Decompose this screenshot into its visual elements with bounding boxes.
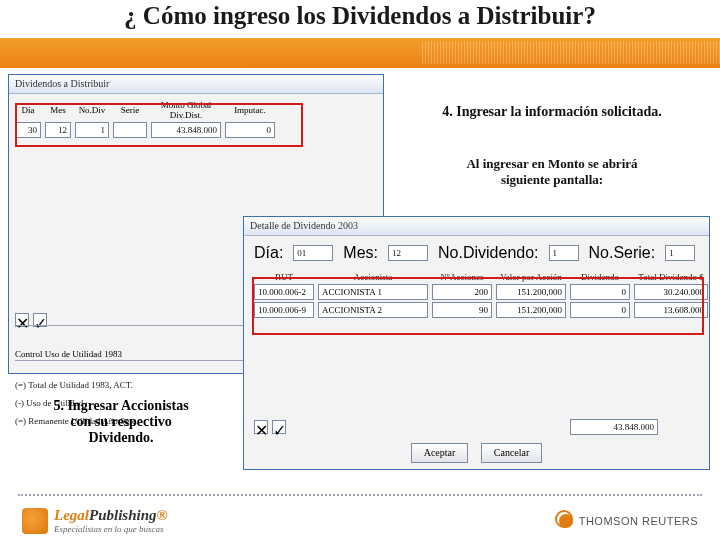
footer-divider bbox=[18, 494, 702, 496]
total-field: 43.848.000 bbox=[570, 419, 658, 435]
nodiv-input[interactable]: 1 bbox=[549, 245, 579, 261]
aceptar-button[interactable]: Aceptar bbox=[411, 443, 469, 463]
window-detalle-dividendo: Detalle de Dividendo 2003 Día: 01 Mes: 1… bbox=[243, 216, 710, 470]
cancelar-button[interactable]: Cancelar bbox=[481, 443, 543, 463]
thomson-reuters-logo: THOMSON REUTERS bbox=[559, 514, 698, 528]
lp-icon bbox=[22, 508, 48, 534]
step-4-text: 4. Ingresar la información solicitada. bbox=[400, 104, 704, 120]
legal-publishing-logo: LegalPublishing® Especialistas en lo que… bbox=[22, 507, 168, 534]
check-icon[interactable]: ✓ bbox=[272, 420, 286, 434]
footer: LegalPublishing® Especialistas en lo que… bbox=[0, 490, 720, 540]
tr-icon bbox=[559, 514, 573, 528]
highlight-box-1 bbox=[15, 103, 303, 147]
dia-input[interactable]: 01 bbox=[293, 245, 333, 261]
mes-input[interactable]: 12 bbox=[388, 245, 428, 261]
close-icon[interactable]: ✕ bbox=[254, 420, 268, 434]
confirm-controls: ✕ ✓ 43.848.000 bbox=[254, 419, 658, 435]
step-5-text: 5. Ingresar Accionistas con su respectiv… bbox=[16, 398, 226, 446]
window-title: Detalle de Dividendo 2003 bbox=[244, 217, 709, 236]
window-title: Dividendos a Distribuir bbox=[9, 75, 383, 94]
step-4-note: Al ingresar en Monto se abrirá siguiente… bbox=[398, 156, 706, 188]
header-band bbox=[0, 38, 720, 68]
serie-input[interactable]: 1 bbox=[665, 245, 695, 261]
slide-title: ¿ Cómo ingreso los Dividendos a Distribu… bbox=[0, 2, 720, 30]
highlight-box-2 bbox=[252, 277, 704, 335]
